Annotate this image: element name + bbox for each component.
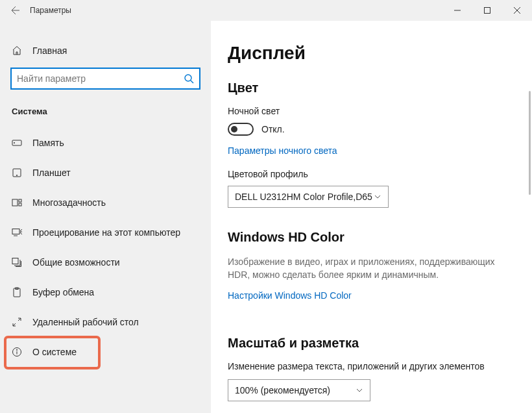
tablet-icon	[12, 168, 22, 178]
main-content: Дисплей Цвет Ночной свет Откл. Параметры…	[211, 21, 532, 413]
back-button[interactable]	[0, 0, 30, 21]
night-light-settings-link[interactable]: Параметры ночного света	[228, 145, 337, 156]
sidebar-item-remote-desktop[interactable]: Удаленный рабочий стол	[0, 307, 211, 337]
search-icon	[184, 73, 194, 84]
night-light-toggle[interactable]	[228, 123, 254, 136]
sidebar-item-label: Удаленный рабочий стол	[32, 317, 139, 327]
dropdown-value: 100% (рекомендуется)	[235, 385, 330, 395]
clipboard-icon	[12, 287, 22, 297]
sidebar-item-storage[interactable]: Память	[0, 128, 211, 158]
section-heading-hd: Windows HD Color	[228, 230, 511, 245]
sidebar-item-label: Буфер обмена	[32, 287, 94, 297]
color-profile-dropdown[interactable]: DELL U2312HM Color Profile,D65	[228, 186, 389, 208]
titlebar: Параметры	[0, 0, 532, 21]
maximize-button[interactable]	[472, 0, 502, 21]
about-icon	[12, 347, 22, 357]
section-heading-scale: Масштаб и разметка	[228, 336, 511, 351]
category-heading: Система	[0, 100, 211, 128]
storage-icon	[12, 138, 22, 148]
svg-rect-7	[19, 199, 21, 202]
sidebar-item-shared[interactable]: Общие возможности	[0, 247, 211, 277]
hd-description: Изображение в видео, играх и приложениях…	[228, 255, 507, 282]
chevron-down-icon	[374, 193, 381, 201]
home-label: Главная	[32, 45, 67, 56]
sidebar-item-multitasking[interactable]: Многозадачность	[0, 188, 211, 218]
svg-rect-6	[12, 199, 18, 206]
sidebar-item-label: Память	[32, 138, 64, 148]
sidebar-item-label: Общие возможности	[32, 257, 120, 268]
hd-settings-link[interactable]: Настройки Windows HD Color	[228, 290, 352, 301]
svg-rect-9	[12, 229, 19, 234]
dropdown-value: DELL U2312HM Color Profile,D65	[235, 192, 372, 202]
sidebar-item-clipboard[interactable]: Буфер обмена	[0, 277, 211, 307]
svg-point-1	[185, 75, 191, 81]
section-heading-color: Цвет	[228, 81, 511, 95]
svg-point-3	[14, 142, 14, 143]
chevron-down-icon	[356, 386, 363, 394]
projecting-icon	[12, 227, 22, 238]
svg-rect-8	[19, 203, 21, 206]
home-link[interactable]: Главная	[0, 36, 211, 65]
shared-icon	[12, 257, 22, 268]
page-title: Дисплей	[228, 43, 511, 64]
scale-dropdown[interactable]: 100% (рекомендуется)	[228, 379, 370, 401]
svg-rect-10	[12, 258, 18, 264]
svg-point-14	[16, 349, 17, 350]
search-input[interactable]	[17, 73, 184, 84]
app-title: Параметры	[30, 6, 71, 15]
night-light-label: Ночной свет	[228, 106, 511, 116]
minimize-button[interactable]	[442, 0, 472, 21]
color-profile-label: Цветовой профиль	[228, 169, 511, 179]
sidebar-item-label: О системе	[32, 347, 77, 357]
search-box[interactable]	[10, 68, 200, 90]
svg-point-5	[16, 175, 17, 175]
sidebar-item-label: Многозадачность	[32, 197, 106, 208]
toggle-state-label: Откл.	[261, 124, 285, 134]
scrollbar[interactable]	[529, 91, 531, 195]
home-icon	[12, 45, 22, 56]
multitasking-icon	[12, 197, 22, 208]
sidebar-item-label: Планшет	[32, 168, 71, 178]
close-button[interactable]	[502, 0, 532, 21]
sidebar: Главная Система Память Планшет Многозада…	[0, 21, 211, 413]
sidebar-item-label: Проецирование на этот компьютер	[32, 227, 180, 238]
sidebar-item-projecting[interactable]: Проецирование на этот компьютер	[0, 218, 211, 247]
remote-icon	[12, 317, 22, 327]
sidebar-item-about[interactable]: О системе	[0, 337, 211, 367]
sidebar-item-tablet[interactable]: Планшет	[0, 158, 211, 188]
scale-field-label: Изменение размера текста, приложений и д…	[228, 361, 511, 371]
svg-rect-0	[485, 8, 490, 14]
